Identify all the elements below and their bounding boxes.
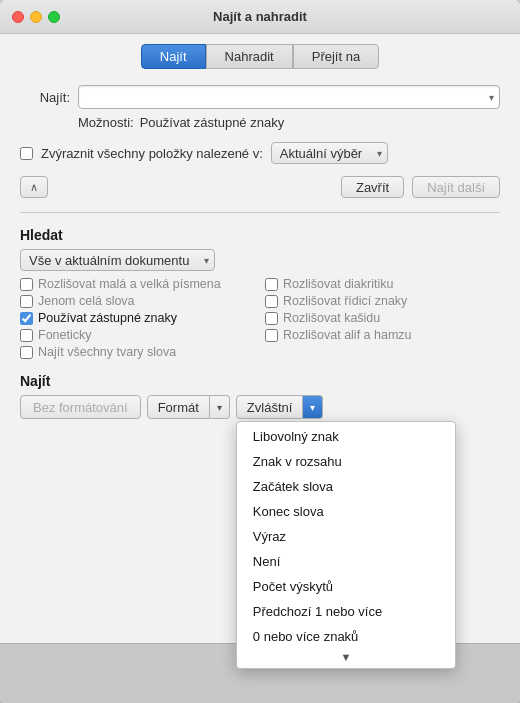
find-label: Najít: <box>20 90 70 105</box>
highlight-checkbox[interactable] <box>20 147 33 160</box>
zvlastni-dropdown-menu: Libovolný znak Znak v rozsahu Začátek sl… <box>236 421 456 669</box>
minimize-window-button[interactable] <box>30 11 42 23</box>
options-value: Používat zástupné znaky <box>140 115 285 130</box>
window-title: Najít a nahradit <box>213 9 307 24</box>
checkbox-item-6: Foneticky <box>20 328 255 342</box>
zvlastni-button[interactable]: Zvláštní <box>236 395 304 419</box>
dropdown-item-0[interactable]: Libovolný znak <box>237 424 455 449</box>
checkbox-item-1: Rozlišovat diakritiku <box>265 277 500 291</box>
tab-bar: Najít Nahradit Přejít na <box>0 34 520 69</box>
find-row: Najít: ▾ <box>20 85 500 109</box>
checkbox-item-4: Používat zástupné znaky <box>20 311 255 325</box>
options-row: Možnosti: Používat zástupné znaky <box>78 115 500 130</box>
tab-prejit[interactable]: Přejít na <box>293 44 379 69</box>
dropdown-item-5[interactable]: Není <box>237 549 455 574</box>
najit-buttons: Bez formátování Formát ▾ Zvláštní ▾ Libo… <box>20 395 500 419</box>
checkbox-3[interactable] <box>265 295 278 308</box>
checkbox-7[interactable] <box>265 329 278 342</box>
checkbox-2[interactable] <box>20 295 33 308</box>
dropdown-item-8[interactable]: 0 nebo více znaků <box>237 624 455 649</box>
checkbox-label-0: Rozlišovat malá a velká písmena <box>38 277 221 291</box>
options-label: Možnosti: <box>78 115 134 130</box>
bez-formatovani-button[interactable]: Bez formátování <box>20 395 141 419</box>
action-row: ∧ Zavřít Najít další <box>20 176 500 198</box>
checkbox-label-4: Používat zástupné znaky <box>38 311 177 325</box>
checkbox-4[interactable] <box>20 312 33 325</box>
zvlastni-dropdown-icon: ▾ <box>310 402 315 413</box>
highlight-select[interactable]: Aktuální výběr <box>271 142 388 164</box>
hledat-section: Hledat Vše v aktuálním dokumentuHlavní d… <box>20 227 500 359</box>
checkbox-item-2: Jenom celá slova <box>20 294 255 308</box>
maximize-window-button[interactable] <box>48 11 60 23</box>
dropdown-scroll-icon: ▼ <box>237 649 455 666</box>
window: Najít a nahradit Najít Nahradit Přejít n… <box>0 0 520 703</box>
tab-najit[interactable]: Najít <box>141 44 206 69</box>
checkbox-item-3: Rozlišovat řídicí znaky <box>265 294 500 308</box>
checkbox-0[interactable] <box>20 278 33 291</box>
checkbox-label-8: Najít všechny tvary slova <box>38 345 176 359</box>
scope-select-wrap: Vše v aktuálním dokumentuHlavní dokument… <box>20 249 215 271</box>
title-bar: Najít a nahradit <box>0 0 520 34</box>
zvlastni-chevron-button[interactable]: ▾ <box>303 395 323 419</box>
divider <box>20 212 500 213</box>
dropdown-item-7[interactable]: Předchozí 1 nebo více <box>237 599 455 624</box>
checkbox-label-7: Rozlišovat alif a hamzu <box>283 328 412 342</box>
checkbox-label-6: Foneticky <box>38 328 92 342</box>
checkboxes-grid: Rozlišovat malá a velká písmena Rozlišov… <box>20 277 500 359</box>
format-dropdown-icon: ▾ <box>217 402 222 413</box>
action-buttons: Zavřít Najít další <box>341 176 500 198</box>
checkbox-6[interactable] <box>20 329 33 342</box>
scope-select[interactable]: Vše v aktuálním dokumentuHlavní dokument… <box>20 249 215 271</box>
traffic-lights <box>12 11 60 23</box>
format-chevron-button[interactable]: ▾ <box>210 395 230 419</box>
main-content: Najít: ▾ Možnosti: Používat zástupné zna… <box>0 69 520 643</box>
collapse-icon: ∧ <box>30 181 38 194</box>
najit-section-label: Najít <box>20 373 500 389</box>
dropdown-item-4[interactable]: Výraz <box>237 524 455 549</box>
format-button-group: Formát ▾ <box>147 395 230 419</box>
dropdown-item-6[interactable]: Počet výskytů <box>237 574 455 599</box>
dropdown-item-2[interactable]: Začátek slova <box>237 474 455 499</box>
najit-buttons-section: Najít Bez formátování Formát ▾ Zvláštní … <box>20 373 500 419</box>
zvlastni-button-group: Zvláštní ▾ Libovolný znak Znak v rozsahu… <box>236 395 324 419</box>
checkbox-item-8: Najít všechny tvary slova <box>20 345 255 359</box>
dropdown-item-1[interactable]: Znak v rozsahu <box>237 449 455 474</box>
checkbox-item-5: Rozlišovat kašidu <box>265 311 500 325</box>
highlight-label: Zvýraznit všechny položky nalezené v: <box>41 146 263 161</box>
dropdown-item-3[interactable]: Konec slova <box>237 499 455 524</box>
checkbox-item-0: Rozlišovat malá a velká písmena <box>20 277 255 291</box>
hledat-label: Hledat <box>20 227 500 243</box>
highlight-select-wrap: Aktuální výběr ▾ <box>271 142 388 164</box>
checkbox-1[interactable] <box>265 278 278 291</box>
checkbox-label-2: Jenom celá slova <box>38 294 135 308</box>
format-button[interactable]: Formát <box>147 395 210 419</box>
checkbox-label-5: Rozlišovat kašidu <box>283 311 380 325</box>
collapse-button[interactable]: ∧ <box>20 176 48 198</box>
highlight-row: Zvýraznit všechny položky nalezené v: Ak… <box>20 142 500 164</box>
close-window-button[interactable] <box>12 11 24 23</box>
checkbox-8[interactable] <box>20 346 33 359</box>
checkbox-5[interactable] <box>265 312 278 325</box>
checkbox-label-3: Rozlišovat řídicí znaky <box>283 294 407 308</box>
find-input-wrap: ▾ <box>78 85 500 109</box>
checkbox-label-1: Rozlišovat diakritiku <box>283 277 393 291</box>
close-button[interactable]: Zavřít <box>341 176 404 198</box>
find-input[interactable] <box>78 85 500 109</box>
checkbox-item-7: Rozlišovat alif a hamzu <box>265 328 500 342</box>
tab-nahradit[interactable]: Nahradit <box>206 44 293 69</box>
find-next-button[interactable]: Najít další <box>412 176 500 198</box>
